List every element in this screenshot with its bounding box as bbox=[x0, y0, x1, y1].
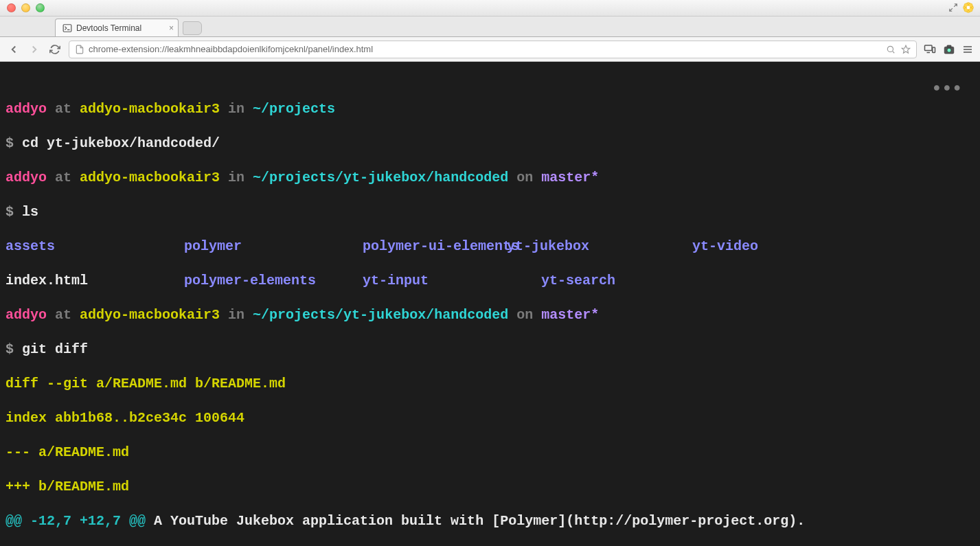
back-button[interactable] bbox=[7, 43, 21, 56]
terminal-panel[interactable]: ●●● addyo at addyo-macbookair3 in ~/proj… bbox=[0, 62, 980, 546]
forward-button[interactable] bbox=[27, 43, 41, 56]
terminal-line: diff --git a/README.md b/README.md bbox=[5, 375, 975, 392]
svg-point-10 bbox=[887, 46, 893, 52]
tab-close-icon[interactable]: × bbox=[169, 23, 174, 33]
svg-point-14 bbox=[947, 48, 951, 52]
svg-rect-11 bbox=[925, 45, 933, 51]
overflow-dots-icon[interactable]: ●●● bbox=[933, 80, 964, 97]
zoom-window-button[interactable] bbox=[36, 3, 45, 12]
close-window-button[interactable] bbox=[7, 3, 16, 12]
terminal-favicon-icon bbox=[62, 23, 72, 33]
terminal-line: index abb1b68..b2ce34c 100644 bbox=[5, 409, 975, 426]
extension-icons bbox=[924, 43, 973, 56]
terminal-line: assetspolymerpolymer-ui-elementsyt-jukeb… bbox=[5, 238, 975, 255]
devices-icon[interactable] bbox=[924, 43, 936, 56]
terminal-line: --- a/README.md bbox=[5, 444, 975, 461]
terminal-line: $ cd yt-jukebox/handcoded/ bbox=[5, 135, 975, 152]
terminal-line: @@ -12,7 +12,7 @@ A YouTube Jukebox appl… bbox=[5, 512, 975, 530]
svg-rect-12 bbox=[933, 47, 935, 53]
new-tab-button[interactable] bbox=[183, 21, 202, 35]
tab-strip: Devtools Terminal × bbox=[0, 16, 980, 37]
svg-rect-15 bbox=[947, 45, 951, 47]
search-icon[interactable] bbox=[886, 45, 896, 54]
terminal-line: addyo at addyo-macbookair3 in ~/projects… bbox=[5, 169, 975, 186]
window-titlebar bbox=[0, 0, 980, 16]
page-icon bbox=[75, 45, 84, 54]
address-bar[interactable]: chrome-extension://leakmhneaibbdapdoienl… bbox=[69, 41, 917, 58]
terminal-line: index.htmlpolymer-elementsyt-inputyt-sea… bbox=[5, 272, 975, 289]
tab-title: Devtools Terminal bbox=[76, 23, 141, 33]
svg-point-8 bbox=[967, 6, 970, 10]
minimize-window-button[interactable] bbox=[21, 3, 30, 12]
menu-icon[interactable] bbox=[962, 44, 973, 55]
browser-tab[interactable]: Devtools Terminal × bbox=[55, 19, 179, 36]
url-text: chrome-extension://leakmhneaibbdapdoienl… bbox=[89, 44, 882, 54]
terminal-line: $ ls bbox=[5, 203, 975, 220]
terminal-line: $ git diff bbox=[5, 341, 975, 358]
reload-button[interactable] bbox=[48, 43, 62, 56]
browser-toolbar: chrome-extension://leakmhneaibbdapdoienl… bbox=[0, 37, 980, 62]
terminal-line: addyo at addyo-macbookair3 in ~/projects… bbox=[5, 306, 975, 323]
camera-icon[interactable] bbox=[943, 43, 955, 56]
star-icon[interactable] bbox=[901, 45, 911, 54]
flower-icon bbox=[962, 1, 975, 14]
terminal-line: +++ b/README.md bbox=[5, 478, 975, 495]
expand-icon[interactable] bbox=[948, 3, 958, 12]
svg-rect-9 bbox=[63, 24, 71, 32]
terminal-line: addyo at addyo-macbookair3 in ~/projects bbox=[5, 100, 975, 117]
traffic-lights bbox=[7, 3, 45, 12]
